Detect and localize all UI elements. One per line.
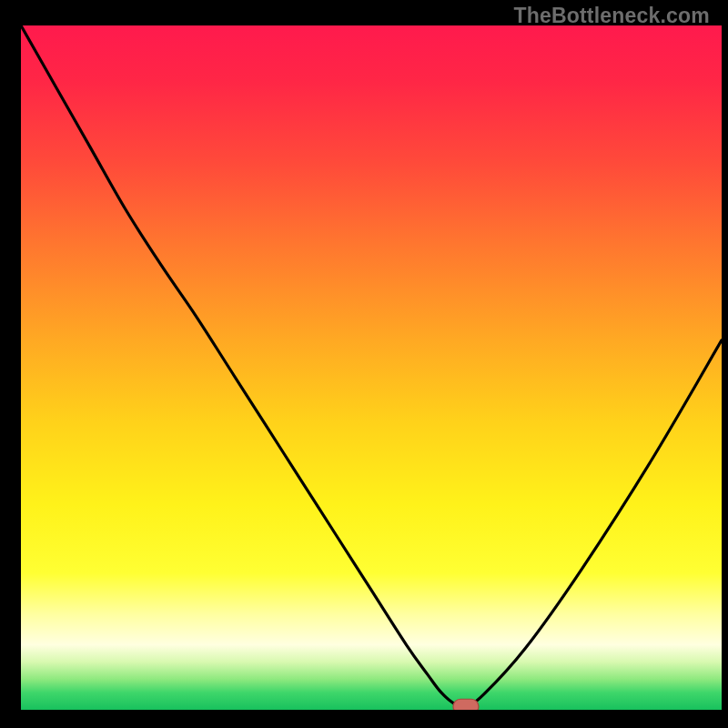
gradient-background [21,25,722,710]
optimal-marker [453,699,479,710]
watermark-text: TheBottleneck.com [513,4,710,28]
chart-plot-area [21,25,722,710]
chart-svg [21,25,722,710]
chart-frame: TheBottleneck.com [0,0,728,728]
